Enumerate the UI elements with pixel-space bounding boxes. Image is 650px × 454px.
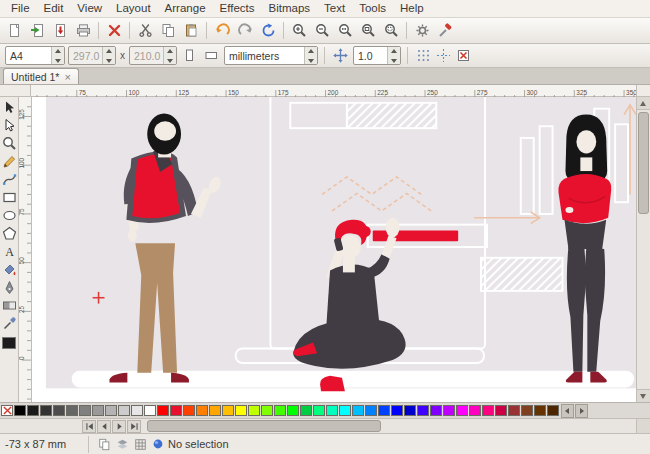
color-swatch[interactable] [443, 405, 455, 416]
nudge-button[interactable] [331, 46, 350, 65]
vertical-scrollbar[interactable] [636, 97, 650, 402]
zoom-area-button[interactable] [380, 20, 402, 41]
color-swatch[interactable] [27, 405, 39, 416]
color-swatch[interactable] [430, 405, 442, 416]
refresh-button[interactable] [257, 20, 279, 41]
color-swatch[interactable] [352, 405, 364, 416]
freehand-tool-button[interactable] [1, 153, 18, 170]
landscape-button[interactable] [202, 46, 221, 65]
color-swatch[interactable] [534, 405, 546, 416]
new-document-button[interactable] [3, 20, 25, 41]
next-page-button[interactable] [112, 420, 126, 433]
snap-to-page-button[interactable] [454, 46, 473, 65]
last-page-button[interactable] [127, 420, 141, 433]
color-swatch[interactable] [92, 405, 104, 416]
copy-button[interactable] [157, 20, 179, 41]
zoom-tool-tool-button[interactable] [1, 135, 18, 152]
page-height-spinner[interactable] [163, 47, 176, 64]
polygon-tool-button[interactable] [1, 225, 18, 242]
menu-file[interactable]: File [4, 0, 37, 17]
menu-layout[interactable]: Layout [109, 0, 158, 17]
color-swatch[interactable] [53, 405, 65, 416]
tab-untitled[interactable]: Untitled 1* × [3, 68, 79, 84]
snap-to-grid-button[interactable] [414, 46, 433, 65]
menu-effects[interactable]: Effects [213, 0, 262, 17]
color-swatch[interactable] [222, 405, 234, 416]
color-swatch[interactable] [456, 405, 468, 416]
menu-text[interactable]: Text [317, 0, 352, 17]
zoom-page-button[interactable] [357, 20, 379, 41]
color-swatch[interactable] [469, 405, 481, 416]
horizontal-ruler[interactable]: 75100125150175200225250275300325350 [31, 85, 636, 96]
rectangle-tool-button[interactable] [1, 189, 18, 206]
nudge-spin[interactable]: 1.0 [353, 46, 401, 65]
color-swatch[interactable] [144, 405, 156, 416]
color-swatch[interactable] [391, 405, 403, 416]
bezier-tool-button[interactable] [1, 171, 18, 188]
color-swatch[interactable] [66, 405, 78, 416]
redo-button[interactable] [234, 20, 256, 41]
vertical-ruler[interactable]: 1251007550250 [19, 97, 32, 402]
color-swatch[interactable] [196, 405, 208, 416]
color-swatch[interactable] [183, 405, 195, 416]
color-swatch[interactable] [274, 405, 286, 416]
fill-tool-button[interactable] [1, 261, 18, 278]
color-swatch[interactable] [378, 405, 390, 416]
scroll-up-button[interactable] [637, 97, 650, 110]
units-combo[interactable]: millimeters [224, 46, 318, 65]
paste-button[interactable] [180, 20, 202, 41]
horizontal-scroll-thumb[interactable] [147, 420, 381, 432]
page-format-combo[interactable]: A4 [5, 46, 65, 65]
stroke-tool-button[interactable] [1, 279, 18, 296]
color-swatch[interactable] [131, 405, 143, 416]
grid-status-button[interactable] [132, 436, 148, 452]
vertical-scroll-track[interactable] [637, 110, 650, 389]
color-swatch[interactable] [248, 405, 260, 416]
units-spinner[interactable] [304, 47, 317, 64]
color-swatch[interactable] [170, 405, 182, 416]
menu-arrange[interactable]: Arrange [158, 0, 213, 17]
page-height-spin[interactable]: 210.0 [129, 46, 177, 65]
layers-status-button[interactable] [114, 436, 130, 452]
page-format-spinner[interactable] [51, 47, 64, 64]
eyedropper-tool-button[interactable] [1, 315, 18, 332]
gradient-tool-button[interactable] [1, 297, 18, 314]
color-swatch[interactable] [287, 405, 299, 416]
close-tab-icon[interactable]: × [64, 72, 70, 82]
color-swatch[interactable] [365, 405, 377, 416]
horizontal-scrollbar[interactable] [142, 420, 636, 432]
color-swatch[interactable] [118, 405, 130, 416]
page-width-spinner[interactable] [102, 47, 115, 64]
menu-help[interactable]: Help [393, 0, 431, 17]
color-swatch[interactable] [157, 405, 169, 416]
prev-page-button[interactable] [97, 420, 111, 433]
pages-status-button[interactable] [96, 436, 112, 452]
toolbox-button[interactable] [434, 20, 456, 41]
color-swatch[interactable] [209, 405, 221, 416]
zoom-100-button[interactable] [334, 20, 356, 41]
no-fill-swatch[interactable] [1, 405, 13, 416]
color-swatch[interactable] [404, 405, 416, 416]
cut-button[interactable] [134, 20, 156, 41]
text-tool-button[interactable]: A [1, 243, 18, 260]
snap-to-guides-button[interactable] [434, 46, 453, 65]
color-swatch[interactable] [313, 405, 325, 416]
page-width-spin[interactable]: 297.0 [68, 46, 116, 65]
color-swatch[interactable] [235, 405, 247, 416]
scroll-down-button[interactable] [637, 389, 650, 402]
menu-bitmaps[interactable]: Bitmaps [261, 0, 317, 17]
color-swatch[interactable] [339, 405, 351, 416]
nudge-spinner[interactable] [387, 47, 400, 64]
close-document-button[interactable] [103, 20, 125, 41]
menu-tools[interactable]: Tools [352, 0, 393, 17]
selector-tool-button[interactable] [1, 99, 18, 116]
color-swatch[interactable] [508, 405, 520, 416]
ruler-origin-button[interactable] [0, 85, 31, 96]
portrait-button[interactable] [180, 46, 199, 65]
color-swatch[interactable] [14, 405, 26, 416]
menu-view[interactable]: View [70, 0, 109, 17]
color-swatch[interactable] [521, 405, 533, 416]
color-swatch[interactable] [417, 405, 429, 416]
color-swatch[interactable] [326, 405, 338, 416]
open-document-button[interactable] [26, 20, 48, 41]
